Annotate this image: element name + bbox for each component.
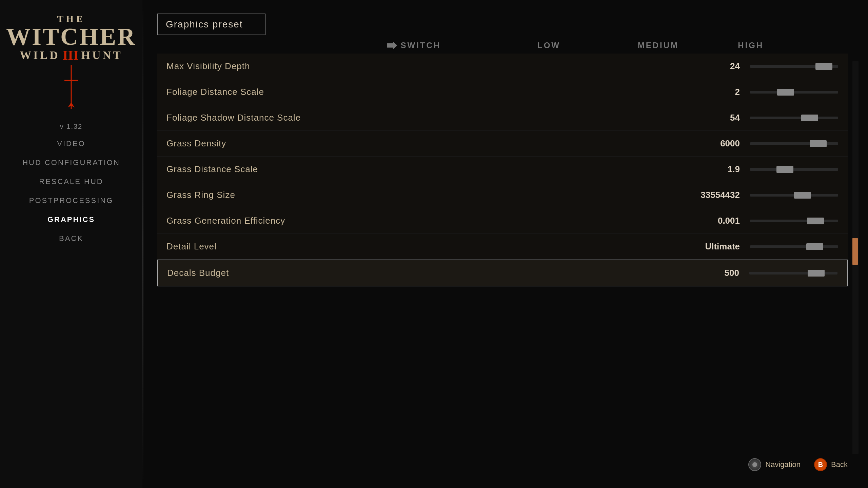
- scrollbar-track[interactable]: [852, 61, 859, 454]
- logo-wild: WILD: [20, 49, 60, 62]
- slider-thumb-7[interactable]: [806, 243, 823, 250]
- setting-name-3: Grass Density: [166, 138, 689, 149]
- setting-row-7[interactable]: Detail LevelUltimate: [157, 234, 848, 260]
- col-low: LOW: [537, 41, 638, 50]
- slider-track-4[interactable]: [750, 168, 838, 171]
- logo-medallion-icon: [61, 65, 81, 109]
- sidebar: THE WITCHER WILD III HUNT v 1.32 VIDEOHU…: [0, 0, 142, 488]
- setting-name-0: Max Visibility Depth: [166, 61, 689, 72]
- setting-name-7: Detail Level: [166, 241, 689, 252]
- back-label: Back: [831, 460, 848, 469]
- version-label: v 1.32: [60, 123, 82, 130]
- slider-track-0[interactable]: [750, 65, 838, 68]
- sidebar-item-graphics[interactable]: GRAPHICS: [0, 213, 142, 226]
- setting-row-1[interactable]: Foliage Distance Scale2: [157, 79, 848, 105]
- sidebar-item-rescale-hud[interactable]: RESCALE HUD: [0, 175, 142, 188]
- slider-thumb-3[interactable]: [810, 140, 827, 147]
- slider-thumb-8[interactable]: [808, 270, 825, 277]
- setting-name-5: Grass Ring Size: [166, 190, 689, 200]
- setting-name-4: Grass Distance Scale: [166, 164, 689, 175]
- switch-arrow-icon: [387, 42, 397, 49]
- setting-name-1: Foliage Distance Scale: [166, 87, 689, 97]
- settings-list: Max Visibility Depth24Foliage Distance S…: [157, 54, 848, 474]
- setting-row-2[interactable]: Foliage Shadow Distance Scale54: [157, 105, 848, 131]
- slider-thumb-0[interactable]: [815, 63, 832, 70]
- setting-name-2: Foliage Shadow Distance Scale: [166, 113, 689, 123]
- bottom-nav: Navigation B Back: [748, 458, 848, 471]
- slider-track-1[interactable]: [750, 91, 838, 94]
- setting-value-1: 2: [689, 87, 740, 97]
- preset-columns-row: SWITCH LOW MEDIUM HIGH: [157, 41, 848, 50]
- setting-value-0: 24: [689, 61, 740, 72]
- nav-hint-navigation: Navigation: [748, 458, 801, 471]
- setting-value-2: 54: [689, 113, 740, 123]
- setting-value-8: 500: [688, 268, 739, 278]
- setting-row-8[interactable]: Decals Budget500: [157, 260, 848, 286]
- sidebar-item-video[interactable]: VIDEO: [0, 137, 142, 150]
- setting-row-4[interactable]: Grass Distance Scale1.9: [157, 157, 848, 182]
- logo-container: THE WITCHER WILD III HUNT: [6, 14, 136, 109]
- setting-row-3[interactable]: Grass Density6000: [157, 131, 848, 157]
- graphics-preset-box: Graphics preset: [157, 14, 265, 35]
- slider-track-8[interactable]: [749, 272, 837, 274]
- setting-row-6[interactable]: Grass Generation Efficiency0.001: [157, 208, 848, 234]
- col-medium: MEDIUM: [638, 41, 738, 50]
- sidebar-item-postprocessing[interactable]: POSTPROCESSING: [0, 194, 142, 207]
- sidebar-item-hud-config[interactable]: HUD CONFIGURATION: [0, 156, 142, 169]
- slider-thumb-6[interactable]: [807, 218, 824, 224]
- logo-witcher: WITCHER: [6, 24, 136, 49]
- slider-thumb-4[interactable]: [776, 166, 793, 173]
- slider-track-2[interactable]: [750, 117, 838, 119]
- slider-thumb-5[interactable]: [794, 192, 811, 199]
- setting-row-0[interactable]: Max Visibility Depth24: [157, 54, 848, 79]
- setting-row-5[interactable]: Grass Ring Size33554432: [157, 182, 848, 208]
- slider-thumb-2[interactable]: [801, 115, 818, 121]
- logo-hunt: HUNT: [81, 49, 122, 62]
- setting-value-5: 33554432: [689, 190, 740, 200]
- col-high: HIGH: [738, 41, 838, 50]
- b-button-icon[interactable]: B: [814, 458, 827, 471]
- slider-track-7[interactable]: [750, 245, 838, 248]
- setting-value-7: Ultimate: [689, 241, 740, 252]
- sidebar-item-back[interactable]: BACK: [0, 232, 142, 245]
- sidebar-nav: VIDEOHUD CONFIGURATIONRESCALE HUDPOSTPRO…: [0, 137, 142, 245]
- scrollbar-thumb[interactable]: [852, 238, 858, 265]
- logo-subtitle: WILD III HUNT: [20, 47, 122, 63]
- setting-value-6: 0.001: [689, 216, 740, 226]
- joystick-icon: [748, 458, 761, 471]
- setting-name-8: Decals Budget: [167, 268, 688, 278]
- navigation-label: Navigation: [765, 460, 801, 469]
- graphics-preset-label: Graphics preset: [166, 19, 243, 29]
- slider-track-3[interactable]: [750, 142, 838, 145]
- setting-name-6: Grass Generation Efficiency: [166, 216, 689, 226]
- graphics-preset-header: Graphics preset: [157, 14, 848, 35]
- logo-roman-numeral: III: [63, 47, 79, 63]
- slider-thumb-1[interactable]: [777, 89, 794, 96]
- slider-track-5[interactable]: [750, 194, 838, 197]
- main-content: Graphics preset SWITCH LOW MEDIUM HIGH M…: [143, 0, 868, 488]
- col-switch: SWITCH: [387, 41, 537, 50]
- nav-hint-back: B Back: [814, 458, 848, 471]
- setting-value-4: 1.9: [689, 164, 740, 175]
- slider-track-6[interactable]: [750, 220, 838, 222]
- setting-value-3: 6000: [689, 138, 740, 149]
